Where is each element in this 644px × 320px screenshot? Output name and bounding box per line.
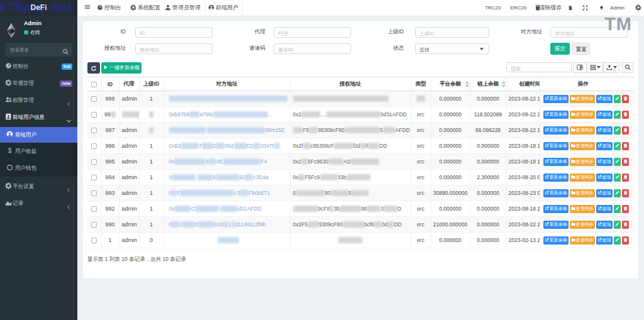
svg-text:$: $ bbox=[8, 147, 11, 154]
